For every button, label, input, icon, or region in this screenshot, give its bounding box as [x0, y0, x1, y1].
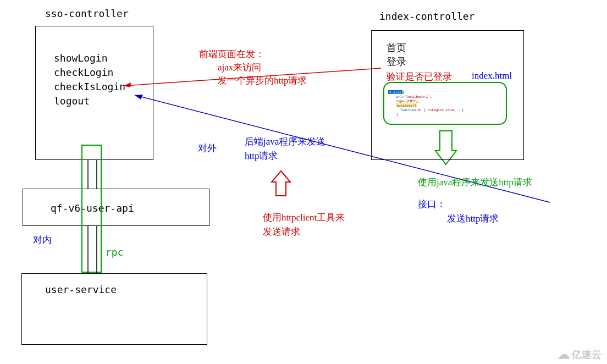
httpclient-text-2: 发送请求	[263, 225, 300, 238]
java-send-text: 使用java程序来发送http请求	[418, 176, 532, 189]
user-service-title: user-service	[45, 284, 117, 295]
sso-box	[35, 26, 153, 160]
watermark-text: 亿速云	[572, 348, 602, 361]
watermark: ☁ 亿速云	[558, 348, 602, 361]
sso-method-0: showLogin	[54, 52, 108, 64]
backend-text-1: 后端java程序来发送	[245, 135, 325, 148]
index-file: index.html	[472, 70, 512, 81]
frontend-text-2: ajax来访问	[218, 61, 261, 74]
internal-label: 对内	[33, 234, 52, 246]
sso-method-3: logout	[54, 95, 90, 107]
sso-title: sso-controller	[45, 8, 129, 19]
sso-method-1: checkLogin	[54, 67, 113, 78]
send-http-label: 发送http请求	[447, 212, 499, 225]
httpclient-text-1: 使用httpclient工具来	[263, 211, 345, 224]
code-snippet: $.ajax{ url:"localhost:…", type:{POST}, …	[388, 86, 463, 117]
index-home: 首页	[387, 41, 406, 54]
sso-method-2: checkIsLogin	[54, 81, 125, 92]
svg-marker-8	[272, 171, 290, 196]
external-label: 对外	[198, 142, 217, 155]
rpc-label: rpc	[106, 246, 124, 258]
red-up-arrow	[272, 171, 290, 196]
index-verify: 验证是否已登录	[387, 70, 452, 83]
backend-text-2: http请求	[245, 150, 278, 162]
frontend-text-1: 前端页面在发：	[199, 48, 264, 60]
cloud-icon: ☁	[558, 349, 570, 361]
index-login: 登录	[387, 55, 406, 68]
interface-label: 接口：	[418, 198, 446, 211]
rpc-channel	[81, 145, 102, 273]
frontend-text-3: 发一个异步的http请求	[218, 74, 307, 87]
index-title: index-controller	[379, 10, 474, 22]
